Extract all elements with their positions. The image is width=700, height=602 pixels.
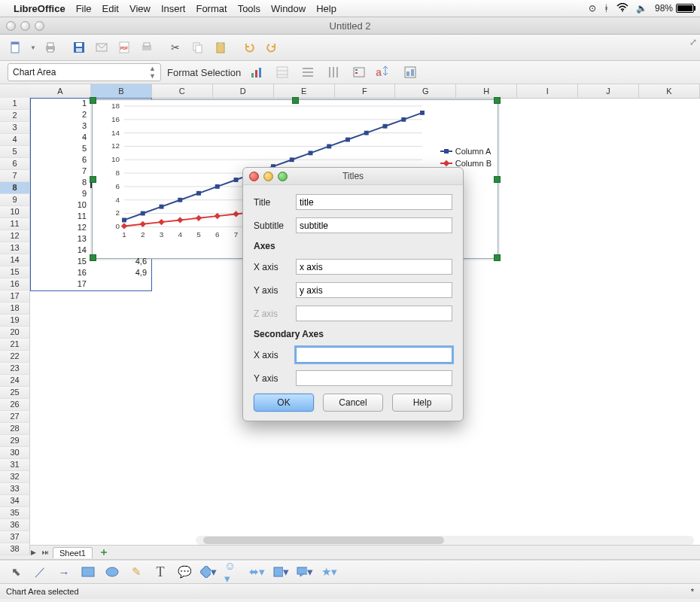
add-sheet-icon[interactable]: ＋ [99, 546, 109, 559]
row-header-27[interactable]: 27 [0, 411, 30, 423]
window-toggle-icon[interactable]: ⤢ [689, 37, 697, 47]
basic-shapes-icon[interactable]: ▾ [200, 564, 217, 580]
window-traffic-lights[interactable] [6, 21, 44, 31]
line-tool-icon[interactable]: ／ [32, 564, 48, 580]
arrow-tool-icon[interactable]: → [56, 564, 72, 580]
battery-indicator[interactable]: 98% [655, 3, 694, 14]
row-header-15[interactable]: 15 [0, 266, 30, 278]
col-header-G[interactable]: G [395, 84, 456, 98]
row-header-26[interactable]: 26 [0, 399, 30, 411]
menu-format[interactable]: Format [196, 3, 227, 14]
column-headers[interactable]: ABCDEFGHIJK [30, 84, 700, 99]
volume-icon[interactable]: 🔈 [636, 3, 647, 14]
reorganize-icon[interactable] [400, 62, 420, 82]
row-header-10[interactable]: 10 [0, 206, 30, 218]
paste-icon[interactable] [211, 38, 230, 57]
format-selection-button[interactable]: Format Selection [167, 67, 241, 78]
new-doc-icon[interactable] [6, 38, 26, 57]
row-header-28[interactable]: 28 [0, 423, 30, 435]
pdf-icon[interactable]: PDF [114, 38, 134, 57]
scale-text-icon[interactable]: a [375, 62, 394, 82]
save-icon[interactable] [69, 38, 89, 57]
col-header-A[interactable]: A [30, 84, 91, 98]
row-header-29[interactable]: 29 [0, 435, 30, 447]
flowchart-icon[interactable]: ▾ [272, 564, 289, 580]
row-header-13[interactable]: 13 [0, 242, 30, 254]
wifi-icon[interactable] [616, 3, 628, 14]
row-header-25[interactable]: 25 [0, 387, 30, 399]
cell-a13[interactable]: 13 [30, 233, 90, 245]
symbol-shapes-icon[interactable]: ☺▾ [224, 564, 241, 580]
row-header-6[interactable]: 6 [0, 158, 30, 170]
row-header-37[interactable]: 37 [0, 531, 30, 543]
chart-data-icon[interactable] [272, 62, 292, 82]
col-header-E[interactable]: E [274, 84, 335, 98]
cell-a10[interactable]: 10 [30, 199, 90, 211]
dialog-titlebar[interactable]: Titles [243, 168, 463, 185]
menu-view[interactable]: View [129, 3, 151, 14]
col-header-B[interactable]: B [91, 84, 152, 98]
menu-insert[interactable]: Insert [161, 3, 186, 14]
cell-a3[interactable]: 3 [30, 120, 90, 132]
row-header-38[interactable]: 38 [0, 543, 30, 555]
cell-a5[interactable]: 5 [30, 143, 90, 154]
col-header-D[interactable]: D [213, 84, 274, 98]
row-header-5[interactable]: 5 [0, 146, 30, 158]
ok-button[interactable]: OK [254, 394, 314, 412]
mail-icon[interactable] [92, 38, 111, 57]
rectangle-tool-icon[interactable] [80, 564, 96, 580]
row-header-33[interactable]: 33 [0, 483, 30, 495]
col-header-J[interactable]: J [578, 84, 639, 98]
col-header-K[interactable]: K [639, 84, 700, 98]
hgrid-icon[interactable] [298, 62, 318, 82]
chart-type-icon[interactable] [247, 62, 266, 82]
cell-a4[interactable]: 4 [30, 132, 90, 143]
menu-edit[interactable]: Edit [102, 3, 119, 14]
cell-a12[interactable]: 12 [30, 222, 90, 233]
row-header-12[interactable]: 12 [0, 230, 30, 242]
col-header-I[interactable]: I [517, 84, 578, 98]
row-header-8[interactable]: 8 [0, 182, 30, 194]
cell-a14[interactable]: 14 [30, 245, 90, 256]
row-header-31[interactable]: 31 [0, 459, 30, 471]
cell-a8[interactable]: 8 [30, 177, 90, 188]
print-icon[interactable] [41, 38, 60, 57]
row-header-22[interactable]: 22 [0, 351, 30, 363]
cell-a11[interactable]: 11 [30, 211, 90, 222]
help-button[interactable]: Help [392, 394, 452, 412]
cell-a9[interactable]: 9 [30, 188, 90, 199]
cell-a2[interactable]: 2 [30, 109, 90, 120]
cell-b16[interactable]: 4,9 [90, 267, 150, 278]
row-header-24[interactable]: 24 [0, 375, 30, 387]
cut-icon[interactable]: ✂ [166, 38, 185, 57]
horizontal-scrollbar[interactable] [196, 536, 694, 545]
dialog-close-icon[interactable] [249, 172, 259, 181]
sec-xaxis-input[interactable] [296, 347, 452, 363]
sheet-tab[interactable]: Sheet1 [53, 547, 93, 558]
undo-icon[interactable] [239, 38, 259, 57]
dialog-zoom-icon[interactable] [278, 172, 288, 181]
col-header-F[interactable]: F [335, 84, 396, 98]
row-header-9[interactable]: 9 [0, 194, 30, 206]
row-header-17[interactable]: 17 [0, 290, 30, 303]
row-header-1[interactable]: 1 [0, 98, 30, 110]
cell-a17[interactable]: 17 [30, 278, 90, 290]
row-header-30[interactable]: 30 [0, 447, 30, 459]
yaxis-input[interactable] [296, 282, 452, 298]
cell-a6[interactable]: 6 [30, 154, 90, 166]
freeform-tool-icon[interactable]: ✎ [128, 564, 145, 580]
row-header-14[interactable]: 14 [0, 254, 30, 266]
block-arrows-icon[interactable]: ⬌▾ [248, 564, 265, 580]
row-header-18[interactable]: 18 [0, 303, 30, 315]
sec-yaxis-input[interactable] [296, 370, 452, 386]
callout-tool-icon[interactable]: 💬 [176, 564, 193, 580]
dialog-minimize-icon[interactable] [263, 172, 273, 181]
row-header-2[interactable]: 2 [0, 110, 30, 122]
menu-tools[interactable]: Tools [238, 3, 260, 14]
chart-legend[interactable]: Column A Column B [440, 145, 492, 169]
col-header-H[interactable]: H [456, 84, 517, 98]
row-header-21[interactable]: 21 [0, 339, 30, 351]
subtitle-input[interactable] [296, 217, 452, 233]
select-tool-icon[interactable]: ⬉ [8, 564, 24, 580]
col-header-C[interactable]: C [152, 84, 213, 98]
